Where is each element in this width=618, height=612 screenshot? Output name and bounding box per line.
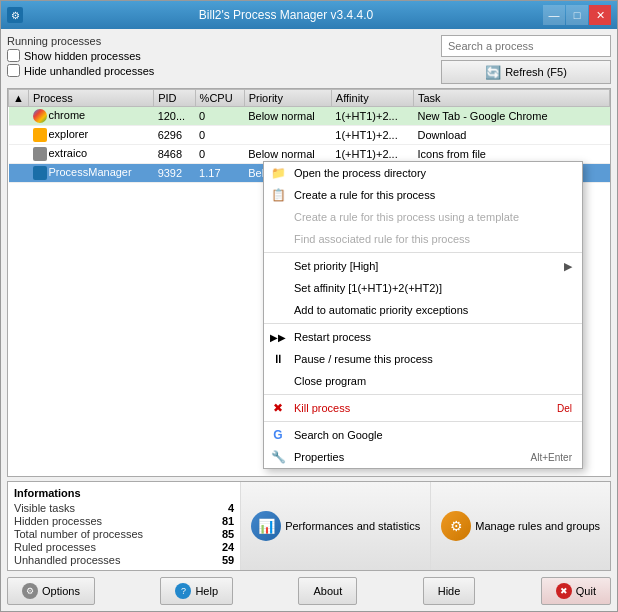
google-icon: G — [270, 427, 286, 443]
running-processes-label: Running processes — [7, 35, 154, 47]
ctx-create-rule-template-label: Create a rule for this process using a t… — [294, 211, 519, 223]
col-priority[interactable]: Priority — [244, 90, 331, 107]
row-pid: 6296 — [154, 126, 195, 145]
kill-shortcut: Del — [557, 403, 572, 414]
row-pid: 8468 — [154, 145, 195, 164]
rules-icon: ⚙ — [441, 511, 471, 541]
footer: ⚙ Options ? Help About Hide ✖ Quit — [7, 577, 611, 605]
ctx-sep-3 — [264, 394, 582, 395]
checkbox-group: Show hidden processes Hide unhandled pro… — [7, 49, 154, 77]
ruled-label: Ruled processes — [14, 541, 96, 553]
ctx-properties[interactable]: 🔧 Properties Alt+Enter — [264, 446, 582, 468]
hide-unhandled-text: Hide unhandled processes — [24, 65, 154, 77]
ctx-restart[interactable]: ▶▶ Restart process — [264, 326, 582, 348]
ctx-close-prog[interactable]: Close program — [264, 370, 582, 392]
visible-label: Visible tasks — [14, 502, 75, 514]
table-row[interactable]: chrome 120... 0 Below normal 1(+HT1)+2..… — [9, 107, 610, 126]
pause-icon: ⏸ — [270, 351, 286, 367]
hide-unhandled-checkbox[interactable] — [7, 64, 20, 77]
ctx-sep-4 — [264, 421, 582, 422]
ctx-create-rule-label: Create a rule for this process — [294, 189, 435, 201]
ctx-set-priority[interactable]: Set priority [High] ▶ — [264, 255, 582, 277]
ctx-pause-label: Pause / resume this process — [294, 353, 433, 365]
col-sort[interactable]: ▲ — [9, 90, 29, 107]
maximize-button[interactable]: □ — [566, 5, 588, 25]
close-button[interactable]: ✕ — [589, 5, 611, 25]
info-ruled: Ruled processes 24 — [14, 541, 234, 553]
search-input[interactable] — [441, 35, 611, 57]
main-window: ⚙ Bill2's Process Manager v3.4.4.0 — □ ✕… — [0, 0, 618, 612]
col-pid[interactable]: PID — [154, 90, 195, 107]
row-cpu: 0 — [195, 145, 244, 164]
options-icon: ⚙ — [22, 583, 38, 599]
help-button[interactable]: ? Help — [160, 577, 233, 605]
rules-button[interactable]: ⚙ Manage rules and groups — [430, 482, 610, 570]
about-button[interactable]: About — [298, 577, 357, 605]
info-panel: Informations Visible tasks 4 Hidden proc… — [8, 482, 240, 570]
search-area: 🔄 Refresh (F5) — [441, 35, 611, 84]
hide-unhandled-label[interactable]: Hide unhandled processes — [7, 64, 154, 77]
col-affinity[interactable]: Affinity — [331, 90, 413, 107]
hide-label: Hide — [438, 585, 461, 597]
row-task: Download — [413, 126, 609, 145]
ctx-kill[interactable]: ✖ Kill process Del — [264, 397, 582, 419]
ctx-find-rule: Find associated rule for this process — [264, 228, 582, 250]
ctx-set-affinity[interactable]: Set affinity [1(+HT1)+2(+HT2)] — [264, 277, 582, 299]
help-icon: ? — [175, 583, 191, 599]
restart-icon: ▶▶ — [270, 329, 286, 345]
options-button[interactable]: ⚙ Options — [7, 577, 95, 605]
col-cpu[interactable]: %CPU — [195, 90, 244, 107]
open-dir-icon: 📁 — [270, 165, 286, 181]
info-visible: Visible tasks 4 — [14, 502, 234, 514]
row-process: extraico — [29, 145, 154, 164]
row-priority: Below normal — [244, 107, 331, 126]
rules-label: Manage rules and groups — [475, 520, 600, 532]
minimize-button[interactable]: — — [543, 5, 565, 25]
perf-label: Performances and statistics — [285, 520, 420, 532]
context-menu: 📁 Open the process directory 📋 Create a … — [263, 161, 583, 469]
row-priority — [244, 126, 331, 145]
properties-icon: 🔧 — [270, 449, 286, 465]
ctx-pause[interactable]: ⏸ Pause / resume this process — [264, 348, 582, 370]
ctx-set-affinity-label: Set affinity [1(+HT1)+2(+HT2)] — [294, 282, 442, 294]
create-rule-template-icon — [270, 209, 286, 225]
ctx-open-dir[interactable]: 📁 Open the process directory — [264, 162, 582, 184]
properties-shortcut: Alt+Enter — [531, 452, 572, 463]
left-controls: Running processes Show hidden processes … — [7, 35, 154, 77]
col-process[interactable]: Process — [29, 90, 154, 107]
row-task: New Tab - Google Chrome — [413, 107, 609, 126]
hide-button[interactable]: Hide — [423, 577, 476, 605]
ctx-close-prog-label: Close program — [294, 375, 366, 387]
ctx-sep-2 — [264, 323, 582, 324]
table-header-row: ▲ Process PID %CPU Priority Affinity Tas… — [9, 90, 610, 107]
quit-button[interactable]: ✖ Quit — [541, 577, 611, 605]
ctx-kill-label: Kill process — [294, 402, 350, 414]
show-hidden-label[interactable]: Show hidden processes — [7, 49, 154, 62]
table-row[interactable]: explorer 6296 0 1(+HT1)+2... Download — [9, 126, 610, 145]
row-affinity: 1(+HT1)+2... — [331, 126, 413, 145]
find-rule-icon — [270, 231, 286, 247]
performances-button[interactable]: 📊 Performances and statistics — [240, 482, 430, 570]
total-label: Total number of processes — [14, 528, 143, 540]
ctx-find-rule-label: Find associated rule for this process — [294, 233, 470, 245]
row-cpu: 1.17 — [195, 164, 244, 183]
info-total: Total number of processes 85 — [14, 528, 234, 540]
ctx-google[interactable]: G Search on Google — [264, 424, 582, 446]
quit-icon: ✖ — [556, 583, 572, 599]
ctx-create-rule[interactable]: 📋 Create a rule for this process — [264, 184, 582, 206]
ctx-add-auto[interactable]: Add to automatic priority exceptions — [264, 299, 582, 321]
total-value: 85 — [222, 528, 234, 540]
create-rule-icon: 📋 — [270, 187, 286, 203]
refresh-button[interactable]: 🔄 Refresh (F5) — [441, 60, 611, 84]
unhandled-label: Unhandled processes — [14, 554, 120, 566]
row-process: ProcessManager — [29, 164, 154, 183]
ctx-properties-label: Properties — [294, 451, 344, 463]
ctx-restart-label: Restart process — [294, 331, 371, 343]
options-label: Options — [42, 585, 80, 597]
hidden-label: Hidden processes — [14, 515, 102, 527]
visible-value: 4 — [228, 502, 234, 514]
show-hidden-checkbox[interactable] — [7, 49, 20, 62]
col-task[interactable]: Task — [413, 90, 609, 107]
row-sort — [9, 107, 29, 126]
refresh-label: Refresh (F5) — [505, 66, 567, 78]
